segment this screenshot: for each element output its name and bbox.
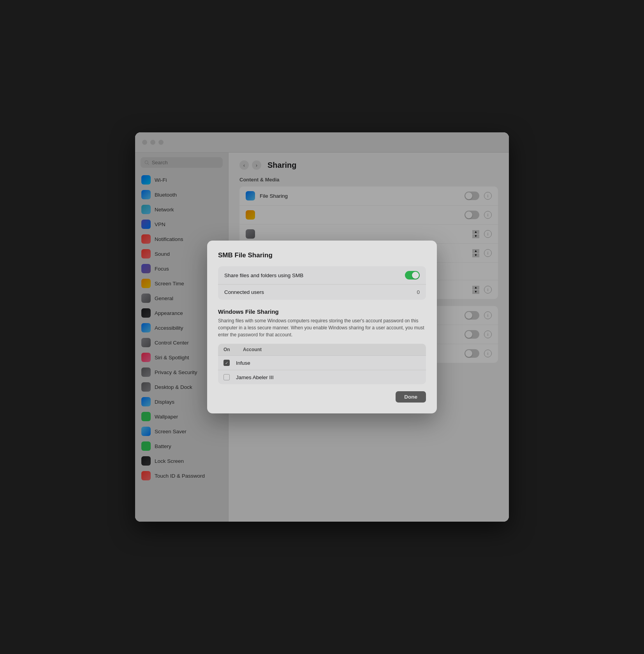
- smb-toggle-knob: [412, 272, 419, 279]
- modal-smb-section: Share files and folders using SMB Connec…: [218, 266, 426, 300]
- smb-toggle-label: Share files and folders using SMB: [224, 272, 405, 278]
- modal-overlay: SMB File Sharing Share files and folders…: [135, 132, 509, 522]
- windows-description: Sharing files with some Windows computer…: [218, 317, 426, 338]
- smb-toggle-row[interactable]: Share files and folders using SMB: [218, 266, 426, 285]
- connected-users-value: 0: [417, 289, 420, 295]
- table-row-infuse[interactable]: Infuse: [218, 356, 426, 370]
- connected-users-label: Connected users: [224, 289, 417, 295]
- table-row-james[interactable]: James Abeler III: [218, 370, 426, 384]
- col-on-header: On: [223, 347, 243, 352]
- done-button[interactable]: Done: [396, 391, 426, 403]
- windows-section: Windows File Sharing Sharing files with …: [218, 308, 426, 384]
- modal-title: SMB File Sharing: [218, 251, 426, 259]
- infuse-name: Infuse: [236, 360, 250, 366]
- connected-users-row: Connected users 0: [218, 285, 426, 300]
- james-name: James Abeler III: [236, 374, 274, 380]
- mac-window: Wi-FiBluetoothNetworkVPNNotificationsSou…: [135, 132, 509, 522]
- smb-toggle[interactable]: [405, 271, 420, 280]
- table-header: On Account: [218, 344, 426, 356]
- modal-footer: Done: [218, 391, 426, 403]
- windows-subtitle: Windows File Sharing: [218, 308, 426, 315]
- col-account-header: Account: [243, 347, 262, 352]
- modal: SMB File Sharing Share files and folders…: [207, 241, 437, 413]
- james-checkbox[interactable]: [223, 374, 230, 380]
- infuse-checkbox[interactable]: [223, 360, 230, 366]
- windows-table: On Account Infuse James Abeler III: [218, 344, 426, 384]
